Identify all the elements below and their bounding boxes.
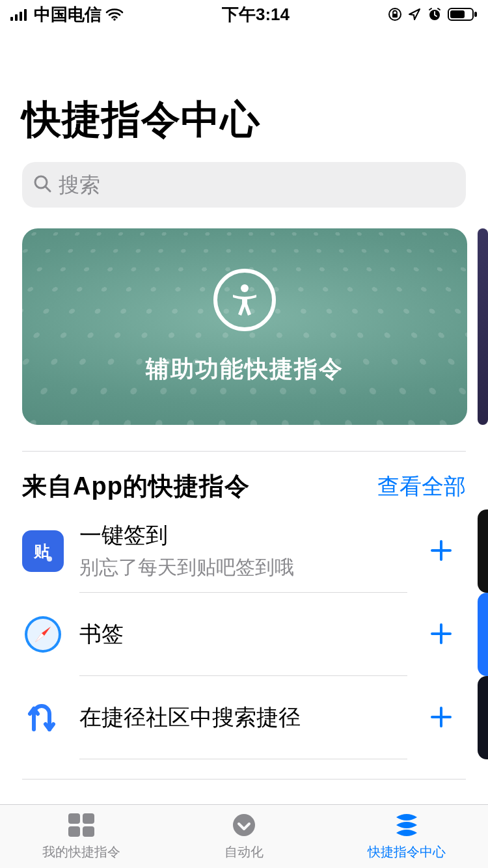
- svg-text:贴: 贴: [33, 542, 49, 560]
- svg-point-24: [233, 814, 255, 836]
- svg-rect-1: [15, 14, 18, 21]
- status-bar: 中国电信 下午3:14: [0, 0, 488, 29]
- shortcut-list: 贴 一键签到 别忘了每天到贴吧签到哦 书签 在捷径社区中搜索捷径: [0, 509, 488, 759]
- next-column-peek[interactable]: [478, 676, 488, 759]
- see-all-link[interactable]: 查看全部: [377, 472, 466, 502]
- item-title: 书签: [79, 619, 400, 649]
- automation-icon: [230, 812, 258, 841]
- status-time: 下午3:14: [222, 3, 290, 26]
- svg-rect-9: [450, 10, 465, 18]
- svg-rect-21: [83, 813, 94, 824]
- tab-gallery[interactable]: 快捷指令中心: [325, 805, 488, 868]
- orientation-lock-icon: [388, 7, 402, 21]
- tieba-app-icon: 贴: [22, 530, 64, 572]
- featured-card-next-peek[interactable]: [478, 228, 488, 425]
- section-header-app-shortcuts: 来自App的快捷指令 查看全部: [0, 452, 488, 509]
- gallery-icon: [392, 812, 421, 841]
- tab-automation[interactable]: 自动化: [163, 805, 325, 868]
- grid-icon: [67, 812, 96, 841]
- item-title: 一键签到: [79, 521, 400, 550]
- svg-rect-6: [392, 14, 398, 18]
- tab-label: 自动化: [224, 843, 264, 861]
- status-left: 中国电信: [10, 3, 124, 26]
- tab-label: 我的快捷指令: [42, 843, 120, 861]
- svg-rect-20: [68, 813, 80, 824]
- accessibility-icon: [213, 269, 276, 331]
- location-icon: [407, 7, 422, 21]
- tab-my-shortcuts[interactable]: 我的快捷指令: [0, 805, 163, 868]
- page-title: 快捷指令中心: [0, 29, 488, 157]
- svg-line-12: [46, 187, 50, 191]
- search-icon: [33, 174, 52, 196]
- shortcuts-route-icon: [22, 697, 64, 739]
- carrier-label: 中国电信: [34, 3, 102, 26]
- status-right: [388, 7, 478, 21]
- wifi-icon: [105, 8, 124, 21]
- featured-card-accessibility[interactable]: 辅助功能快捷指令: [22, 228, 467, 425]
- add-button[interactable]: [423, 534, 459, 569]
- add-button[interactable]: [423, 617, 459, 653]
- safari-app-icon: [22, 614, 64, 655]
- search-bar[interactable]: [22, 162, 466, 208]
- list-item[interactable]: 在捷径社区中搜索捷径: [22, 676, 488, 759]
- tab-label: 快捷指令中心: [368, 843, 446, 861]
- tab-bar: 我的快捷指令 自动化 快捷指令中心: [0, 804, 488, 868]
- svg-rect-23: [83, 826, 94, 837]
- next-column-peek[interactable]: [478, 509, 488, 593]
- battery-icon: [448, 7, 478, 21]
- svg-point-15: [47, 556, 52, 562]
- list-item[interactable]: 书签: [22, 593, 488, 676]
- svg-rect-22: [68, 826, 80, 837]
- add-button[interactable]: [423, 700, 459, 736]
- item-title: 在捷径社区中搜索捷径: [79, 703, 400, 733]
- svg-rect-3: [24, 9, 27, 21]
- svg-point-4: [113, 18, 116, 21]
- cellular-signal-icon: [10, 8, 30, 21]
- svg-rect-10: [474, 12, 477, 17]
- list-item[interactable]: 贴 一键签到 别忘了每天到贴吧签到哦: [22, 509, 488, 593]
- featured-card-label: 辅助功能快捷指令: [146, 353, 344, 385]
- svg-rect-0: [10, 17, 13, 21]
- svg-rect-2: [20, 12, 22, 21]
- search-input[interactable]: [59, 173, 455, 197]
- divider: [22, 779, 466, 780]
- featured-carousel[interactable]: 辅助功能快捷指令: [0, 208, 488, 425]
- next-column-peek[interactable]: [478, 593, 488, 676]
- section-title: 来自App的快捷指令: [22, 470, 250, 503]
- alarm-icon: [427, 7, 442, 21]
- svg-point-13: [241, 284, 249, 292]
- item-subtitle: 别忘了每天到贴吧签到哦: [79, 554, 400, 581]
